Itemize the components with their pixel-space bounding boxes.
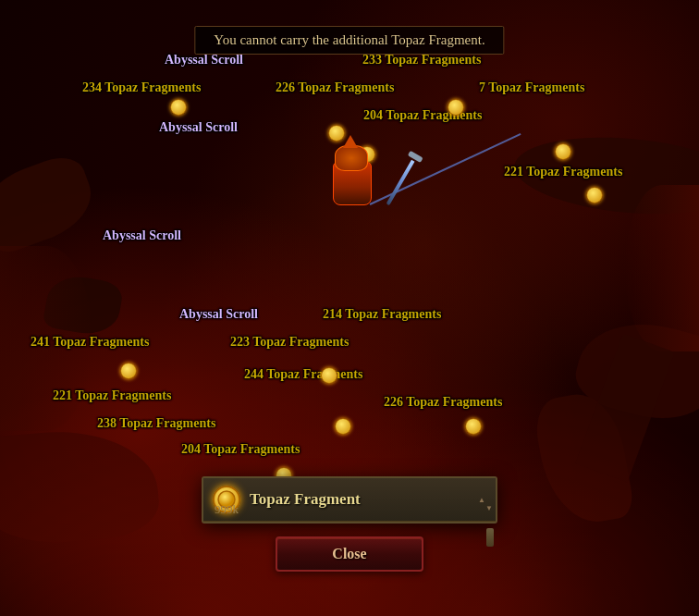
coin-coin6 <box>586 187 603 203</box>
popup-item-name: Topaz Fragment <box>250 490 468 509</box>
notification-text: You cannot carry the additional Topaz Fr… <box>214 32 484 47</box>
item-popup-header: Topaz Fragment ▲ <box>203 478 496 522</box>
coin-coin8 <box>321 367 337 384</box>
coin-coin5 <box>555 143 571 160</box>
coin-coin2 <box>448 99 464 116</box>
scrollbar-down-arrow[interactable]: ▼ <box>484 503 494 512</box>
item-popup: Topaz Fragment ▲ ▼ 999k <box>202 476 497 524</box>
player-head <box>335 145 368 171</box>
scrollbar-thumb[interactable] <box>486 528 494 547</box>
coin-coin7 <box>120 363 137 379</box>
player-body <box>314 143 388 227</box>
close-button[interactable]: Close <box>276 536 423 572</box>
coin-coin10 <box>465 418 482 435</box>
player-character <box>314 143 388 227</box>
popup-quantity: 999k <box>215 502 239 517</box>
game-background <box>0 0 699 616</box>
notification-bar: You cannot carry the additional Topaz Fr… <box>194 26 504 55</box>
coin-coin1 <box>170 99 187 116</box>
coin-coin9 <box>335 418 351 435</box>
close-button-label: Close <box>332 546 366 562</box>
